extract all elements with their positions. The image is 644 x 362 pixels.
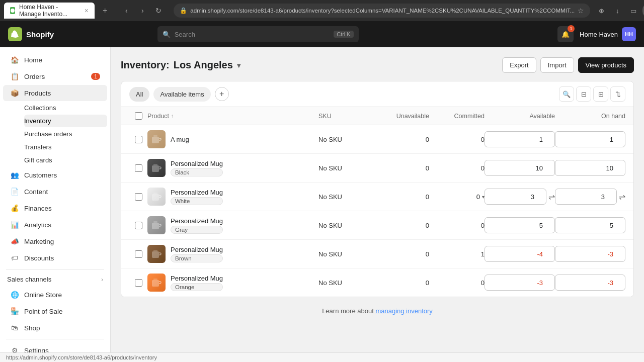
row-checkbox-cell [129, 222, 147, 229]
sidebar-item-purchase-orders[interactable]: Purchase orders [24, 128, 107, 140]
on-hand-input-cell: ⇌ [555, 189, 625, 205]
available-input[interactable] [485, 189, 546, 205]
sidebar-item-products[interactable]: 📦 Products [3, 85, 107, 101]
sidebar-item-point-of-sale[interactable]: 🏪 Point of Sale [3, 303, 107, 319]
row-checkbox-cell [129, 250, 147, 258]
add-filter-button[interactable]: + [215, 87, 229, 101]
on-hand-input-cell [555, 217, 625, 233]
sales-channels-chevron-icon: › [101, 276, 103, 283]
on-hand-input-cell [555, 131, 625, 147]
cast-button[interactable]: ▭ [626, 4, 640, 18]
sales-channels-header[interactable]: Sales channels › [0, 273, 110, 286]
sidebar-item-collections[interactable]: Collections [24, 102, 107, 114]
sidebar-item-home[interactable]: 🏠 Home [3, 52, 107, 68]
search-filter-button[interactable]: 🔍 [559, 86, 574, 102]
sidebar-discounts-label: Discounts [24, 254, 54, 262]
sidebar-item-analytics[interactable]: 📊 Analytics [3, 217, 107, 233]
sidebar-item-orders[interactable]: 📋 Orders 1 [3, 68, 107, 84]
pos-label: Point of Sale [24, 308, 63, 315]
customers-icon: 👥 [10, 170, 19, 179]
available-action-icon[interactable]: ⇌ [548, 192, 555, 202]
sidebar-item-finances[interactable]: 💰 Finances [3, 200, 107, 216]
sidebar-products-label: Products [24, 89, 51, 97]
available-input[interactable] [485, 246, 555, 262]
address-bar[interactable]: 🔒 admin.shopify.com/store/de8143-a6/prod… [174, 4, 590, 18]
sidebar-item-customers[interactable]: 👥 Customers [3, 167, 107, 183]
back-button[interactable]: ‹ [119, 4, 133, 18]
sidebar-item-inventory[interactable]: Inventory [24, 115, 107, 127]
user-menu-button[interactable]: Home Haven HH [580, 27, 636, 41]
sidebar-item-gift-cards[interactable]: Gift cards [24, 154, 107, 166]
header-sku: SKU [318, 113, 374, 120]
row-checkbox[interactable] [135, 193, 142, 201]
browser-actions: ⊕ ↓ ▭ Incognito ⋮ [594, 4, 644, 18]
sidebar-item-marketing[interactable]: 📣 Marketing [3, 233, 107, 249]
page-header: Inventory: Los Angeles ▾ Export Import V… [121, 57, 634, 73]
marketing-icon: 📣 [10, 237, 19, 246]
new-tab-button[interactable]: + [99, 4, 111, 17]
sku-cell: No SKU [318, 279, 374, 287]
products-icon: 📦 [10, 88, 19, 98]
on-hand-input[interactable] [555, 246, 625, 262]
filter-all-tab[interactable]: All [129, 87, 149, 102]
available-input-cell: ⇌ [485, 189, 555, 205]
import-button[interactable]: Import [540, 57, 574, 73]
sort-button[interactable]: ⇅ [610, 86, 625, 102]
header-product: Product ↑ [147, 113, 318, 120]
on-hand-input-cell [555, 246, 625, 262]
product-name: A mug [171, 136, 189, 143]
filter-available-tab[interactable]: Available items [153, 87, 210, 102]
table-row: Personalized Mug Gray No SKU 0 0 [121, 211, 633, 240]
managing-inventory-link[interactable]: managing inventory [375, 307, 432, 315]
available-input[interactable] [485, 217, 555, 233]
on-hand-input[interactable] [555, 189, 617, 205]
sidebar-item-transfers[interactable]: Transfers [24, 141, 107, 153]
product-sort-icon[interactable]: ↑ [171, 113, 174, 119]
row-checkbox[interactable] [135, 164, 142, 172]
row-checkbox[interactable] [135, 136, 142, 143]
view-products-button[interactable]: View products [578, 57, 634, 73]
download-button[interactable]: ↓ [610, 4, 624, 18]
available-input[interactable] [485, 275, 555, 291]
available-input-cell [485, 160, 555, 176]
notifications-button[interactable]: 🔔 1 [557, 26, 574, 42]
columns-button[interactable]: ⊞ [593, 86, 608, 102]
svg-point-0 [11, 9, 15, 13]
refresh-button[interactable]: ↻ [151, 4, 166, 18]
export-button[interactable]: Export [502, 57, 536, 73]
on-hand-action-icon[interactable]: ⇌ [619, 192, 625, 202]
available-input[interactable] [485, 131, 555, 147]
available-input[interactable] [485, 160, 555, 176]
on-hand-input[interactable] [555, 131, 625, 147]
sidebar-item-online-store[interactable]: 🌐 Online Store [3, 287, 107, 303]
row-checkbox[interactable] [135, 222, 142, 229]
committed-cell: 0 [429, 136, 485, 143]
on-hand-input[interactable] [555, 275, 625, 291]
shopify-logo[interactable]: Shopify [8, 27, 54, 41]
table-row: Personalized Mug Orange No SKU 0 0 [121, 268, 633, 297]
search-wrapper[interactable]: 🔍 Search Ctrl K [157, 26, 359, 42]
forward-button[interactable]: › [135, 4, 149, 18]
star-icon[interactable]: ☆ [578, 7, 584, 15]
sidebar-item-discounts[interactable]: 🏷 Discounts [3, 250, 107, 266]
row-checkbox[interactable] [135, 279, 142, 287]
sidebar-item-shop[interactable]: 🛍 Shop [3, 320, 107, 336]
header-on-hand: On hand [555, 113, 625, 120]
svg-rect-10 [153, 250, 157, 251]
extensions-button[interactable]: ⊕ [594, 4, 608, 18]
product-info: Personalized Mug Brown [171, 246, 223, 262]
product-info: Personalized Mug Gray [171, 217, 223, 234]
on-hand-input[interactable] [555, 217, 625, 233]
filter-options-button[interactable]: ⊟ [576, 86, 591, 102]
product-cell: Personalized Mug Orange [147, 274, 318, 292]
on-hand-input[interactable] [555, 160, 625, 176]
orders-icon: 📋 [10, 72, 19, 81]
committed-cell: 0 ▾ [429, 193, 485, 201]
browser-tab[interactable]: Home Haven - Manage Invento... × [4, 3, 95, 19]
row-checkbox[interactable] [135, 250, 142, 258]
tab-close-icon[interactable]: × [85, 7, 89, 15]
filter-bar: All Available items + 🔍 ⊟ ⊞ ⇅ [121, 81, 633, 107]
select-all-checkbox[interactable] [135, 112, 142, 120]
sidebar-item-content[interactable]: 📄 Content [3, 184, 107, 200]
location-dropdown-icon[interactable]: ▾ [237, 61, 240, 69]
